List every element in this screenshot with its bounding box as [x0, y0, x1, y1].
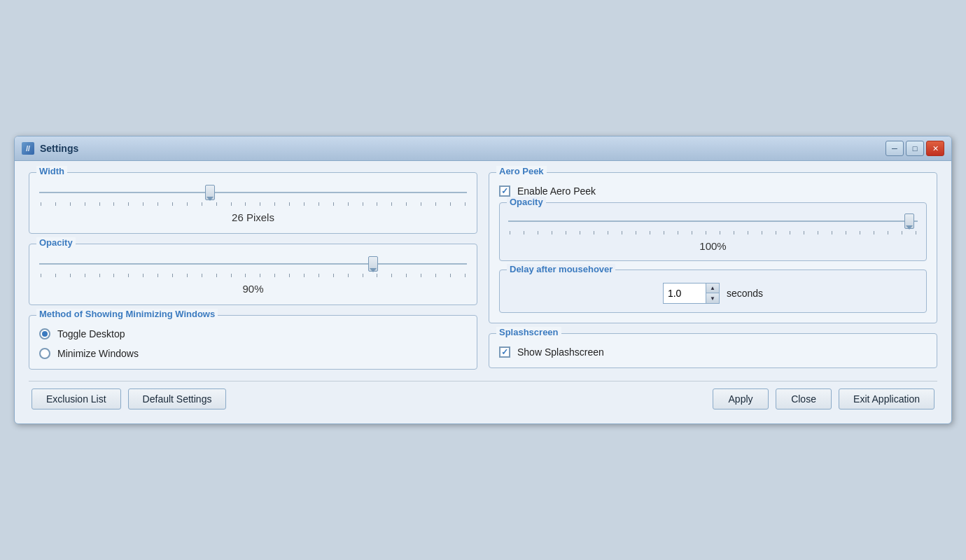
spinbox-up-button[interactable]: ▲	[706, 284, 719, 293]
tick	[566, 231, 566, 234]
title-buttons: ─ □ ✕	[886, 141, 944, 156]
tick	[318, 202, 319, 206]
tick	[406, 274, 407, 277]
opacity-slider-thumb[interactable]	[368, 256, 378, 272]
main-grid: Width	[29, 172, 937, 370]
aero-opacity-slider-track[interactable]	[508, 214, 918, 228]
method-group: Method of Showing Minimizing Windows Tog…	[29, 315, 477, 370]
tick	[128, 202, 129, 206]
tick	[888, 231, 888, 234]
delay-row: ▲ ▼ seconds	[508, 283, 918, 304]
bottom-bar: Exclusion List Default Settings Apply Cl…	[29, 381, 937, 412]
opacity-slider-track[interactable]	[39, 257, 467, 271]
tick	[916, 231, 916, 234]
tick	[706, 231, 706, 234]
title-bar: // Settings ─ □ ✕	[15, 136, 951, 161]
tick	[377, 202, 377, 206]
spinbox-down-button[interactable]: ▼	[706, 293, 719, 303]
tick	[274, 274, 275, 277]
delay-group-label: Delay after mousehover	[507, 264, 615, 274]
exit-application-button[interactable]: Exit Application	[839, 388, 934, 410]
width-slider-track[interactable]	[39, 186, 467, 200]
tick	[804, 231, 804, 234]
tick	[636, 231, 636, 234]
tick	[99, 202, 100, 206]
tick	[524, 231, 524, 234]
aero-opacity-value: 100%	[508, 240, 918, 252]
tick	[580, 231, 580, 234]
window-title: Settings	[40, 143, 78, 154]
tick	[762, 231, 762, 234]
delay-nested-group: Delay after mousehover ▲ ▼ seconds	[499, 270, 927, 313]
show-splashscreen-checkbox[interactable]: ✓	[499, 346, 510, 358]
tick	[70, 274, 71, 277]
tick	[874, 231, 874, 234]
width-slider-thumb[interactable]	[205, 185, 215, 200]
delay-spinbox[interactable]: ▲ ▼	[663, 283, 720, 304]
tick	[318, 274, 319, 277]
tick	[664, 231, 664, 234]
splashscreen-group-label: Splashscreen	[496, 327, 561, 337]
bottom-right-buttons: Apply Close Exit Application	[713, 388, 934, 410]
tick	[260, 202, 260, 206]
apply-button[interactable]: Apply	[713, 388, 769, 410]
restore-button[interactable]: □	[906, 141, 924, 156]
tick	[421, 274, 421, 277]
close-window-button[interactable]: ✕	[926, 141, 944, 156]
tick	[435, 274, 436, 277]
method-group-label: Method of Showing Minimizing Windows	[36, 309, 218, 319]
tick	[99, 274, 100, 277]
aero-peek-group-label: Aero Peek	[496, 166, 547, 176]
exclusion-list-button[interactable]: Exclusion List	[31, 388, 121, 410]
tick	[289, 274, 290, 277]
enable-aero-peek-item[interactable]: ✓ Enable Aero Peek	[499, 186, 927, 197]
width-slider-container: 26 Pixels	[39, 186, 467, 223]
toggle-desktop-label: Toggle Desktop	[57, 328, 125, 340]
tick	[260, 274, 260, 277]
minimize-windows-radio[interactable]	[39, 348, 50, 359]
tick	[70, 202, 71, 206]
tick	[143, 274, 144, 277]
tick	[113, 202, 114, 206]
tick	[231, 202, 232, 206]
tick	[734, 231, 734, 234]
default-settings-button[interactable]: Default Settings	[128, 388, 227, 410]
toggle-desktop-radio[interactable]	[39, 328, 50, 340]
tick	[202, 274, 202, 277]
settings-window: // Settings ─ □ ✕ Width	[14, 136, 952, 424]
opacity-slider-ticks	[39, 274, 467, 277]
width-slider-ticks	[39, 202, 467, 206]
tick	[289, 202, 290, 206]
tick	[391, 202, 392, 206]
tick	[363, 202, 363, 206]
tick	[435, 202, 436, 206]
tick	[510, 231, 510, 234]
minimize-button[interactable]: ─	[886, 141, 904, 156]
tick	[187, 274, 188, 277]
toggle-desktop-option[interactable]: Toggle Desktop	[39, 328, 467, 340]
show-splashscreen-item[interactable]: ✓ Show Splashscreen	[499, 346, 927, 358]
enable-aero-peek-checkbox[interactable]: ✓	[499, 186, 510, 197]
tick	[113, 274, 114, 277]
tick	[333, 274, 334, 277]
minimize-windows-label: Minimize Windows	[57, 348, 139, 359]
opacity-slider-container: 90%	[39, 257, 467, 295]
tick	[216, 202, 217, 206]
width-group-label: Width	[36, 166, 67, 176]
tick	[158, 202, 158, 206]
delay-input[interactable]	[664, 284, 706, 303]
opacity-value: 90%	[39, 283, 467, 295]
bottom-left-buttons: Exclusion List Default Settings	[31, 388, 226, 410]
tick	[158, 274, 158, 277]
tick	[902, 231, 902, 234]
aero-opacity-slider-thumb[interactable]	[904, 214, 914, 229]
close-button[interactable]: Close	[776, 388, 832, 410]
aero-opacity-ticks	[508, 231, 918, 234]
aero-opacity-nested-group: Opacity	[499, 202, 927, 261]
tick	[245, 274, 246, 277]
tick	[832, 231, 832, 234]
tick	[363, 274, 363, 277]
minimize-windows-option[interactable]: Minimize Windows	[39, 348, 467, 359]
spinbox-buttons: ▲ ▼	[706, 284, 719, 303]
tick	[748, 231, 748, 234]
